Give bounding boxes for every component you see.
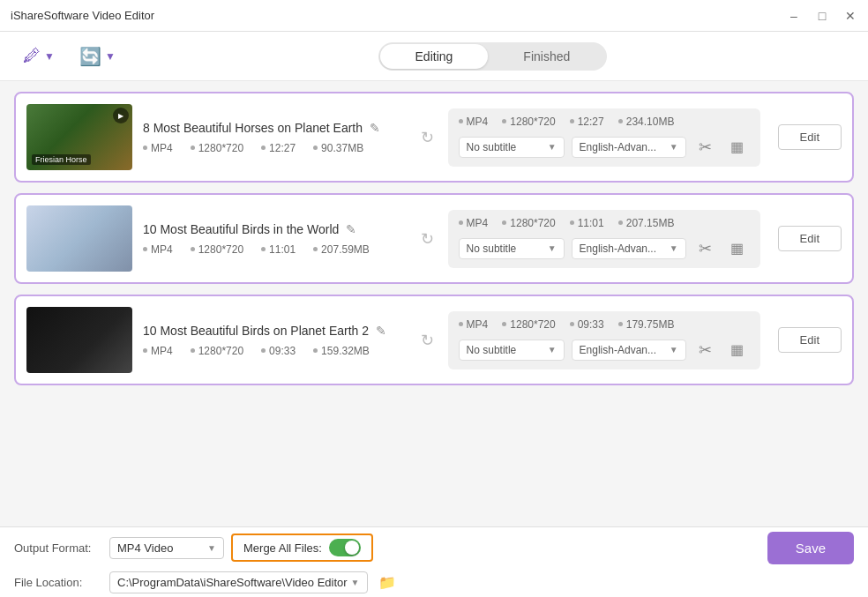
crop-icon-3[interactable]: ▦ xyxy=(725,338,750,362)
edit-button-1[interactable]: Edit xyxy=(778,124,842,150)
shuffle-icon-3[interactable]: ↻ xyxy=(421,331,434,350)
subtitle-arrow-icon: ▼ xyxy=(548,142,557,152)
language-select-1[interactable]: English-Advan... ▼ xyxy=(572,137,686,158)
output-info-3: MP4 1280*720 09:33 179.75MB xyxy=(448,311,760,369)
shuffle-icon-1[interactable]: ↻ xyxy=(421,128,434,147)
meta-duration-2: 11:01 xyxy=(261,243,296,256)
card-info-1: 8 Most Beautiful Horses on Planet Earth … xyxy=(143,121,407,154)
meta-dot xyxy=(143,348,147,353)
edit-button-3[interactable]: Edit xyxy=(778,327,842,353)
meta-dot xyxy=(459,322,463,326)
title-edit-icon-2[interactable]: ✎ xyxy=(346,222,356,236)
merge-toggle[interactable] xyxy=(329,539,361,556)
cut-icon-3[interactable]: ✂ xyxy=(693,338,718,362)
meta-dot xyxy=(191,348,195,353)
minimize-button[interactable]: – xyxy=(787,9,801,23)
card-title-1: 8 Most Beautiful Horses on Planet Earth xyxy=(143,121,363,135)
file-location-arrow: ▼ xyxy=(351,578,360,587)
out-duration-3: 09:33 xyxy=(570,318,604,331)
title-edit-icon-1[interactable]: ✎ xyxy=(370,121,380,135)
output-format-arrow: ▼ xyxy=(207,543,216,553)
language-arrow-icon: ▼ xyxy=(670,142,678,152)
controls-row-2: No subtitle ▼ English-Advan... ▼ ✂ ▦ xyxy=(459,236,750,261)
title-edit-icon-3[interactable]: ✎ xyxy=(376,324,386,338)
out-size-2: 207.15MB xyxy=(618,217,675,229)
meta-dot xyxy=(502,220,506,225)
card-meta-1: MP4 1280*720 12:27 90.37MB xyxy=(143,142,407,154)
language-arrow-icon: ▼ xyxy=(670,243,678,253)
card-title-3: 10 Most Beautiful Birds on Planet Earth … xyxy=(143,324,369,338)
meta-dot xyxy=(459,220,463,225)
tab-finished[interactable]: Finished xyxy=(488,44,605,69)
output-format-label: Output Format: xyxy=(14,541,102,555)
meta-dot xyxy=(313,146,318,150)
out-duration-1: 12:27 xyxy=(570,116,604,128)
card-header-3: 10 Most Beautiful Birds on Planet Earth … xyxy=(26,307,842,373)
meta-dot xyxy=(143,247,147,251)
play-icon: ▶ xyxy=(113,108,129,123)
subtitle-arrow-icon: ▼ xyxy=(548,345,557,354)
edit-button-2[interactable]: Edit xyxy=(778,226,842,251)
thumbnail-2 xyxy=(26,205,132,272)
output-format-select[interactable]: MP4 Video ▼ xyxy=(109,537,224,559)
cut-icon-2[interactable]: ✂ xyxy=(693,236,718,261)
convert-icon: 🔄 xyxy=(79,46,101,67)
crop-icon-1[interactable]: ▦ xyxy=(725,135,750,160)
tab-group: Editing Finished xyxy=(378,42,608,71)
card-info-2: 10 Most Beautiful Birds in the World ✎ M… xyxy=(143,222,407,256)
crop-icon-2[interactable]: ▦ xyxy=(725,236,750,261)
meta-dot xyxy=(313,348,318,353)
card-header-1: Friesian Horse ▶ 8 Most Beautiful Horses… xyxy=(26,104,842,170)
card-info-3: 10 Most Beautiful Birds on Planet Earth … xyxy=(143,324,407,357)
meta-size-1: 90.37MB xyxy=(313,142,363,154)
meta-dot xyxy=(261,247,266,251)
cut-icon-1[interactable]: ✂ xyxy=(693,135,718,160)
language-value-3: English-Advan... xyxy=(580,344,656,356)
language-select-3[interactable]: English-Advan... ▼ xyxy=(572,340,686,361)
output-meta-1: MP4 1280*720 12:27 234.10MB xyxy=(459,116,750,128)
maximize-button[interactable]: □ xyxy=(815,9,829,23)
meta-resolution-1: 1280*720 xyxy=(191,142,243,154)
file-location-label: File Location: xyxy=(14,576,102,589)
card-meta-2: MP4 1280*720 11:01 207.59MB xyxy=(143,243,407,256)
out-format-2: MP4 xyxy=(459,217,489,229)
toolbar: 🖉 ▼ 🔄 ▼ Editing Finished xyxy=(0,32,868,81)
language-value-1: English-Advan... xyxy=(580,141,656,153)
meta-resolution-3: 1280*720 xyxy=(191,345,243,357)
subtitle-select-1[interactable]: No subtitle ▼ xyxy=(459,137,565,158)
out-size-3: 179.75MB xyxy=(618,318,675,331)
shuffle-icon-2[interactable]: ↻ xyxy=(421,229,434,249)
meta-dot xyxy=(618,220,623,225)
folder-icon[interactable]: 📁 xyxy=(378,574,396,591)
card-title-row-3: 10 Most Beautiful Birds on Planet Earth … xyxy=(143,324,407,338)
tab-editing[interactable]: Editing xyxy=(380,44,489,69)
meta-dot xyxy=(143,146,147,150)
out-duration-2: 11:01 xyxy=(570,217,604,229)
card-title-2: 10 Most Beautiful Birds in the World xyxy=(143,222,339,236)
language-select-2[interactable]: English-Advan... ▼ xyxy=(572,238,686,259)
file-location-select[interactable]: C:\ProgramData\iShareSoftware\Video Edit… xyxy=(109,571,368,593)
output-meta-2: MP4 1280*720 11:01 207.15MB xyxy=(459,217,750,229)
add-file-button[interactable]: 🖉 ▼ xyxy=(14,41,64,71)
meta-dot xyxy=(502,119,506,123)
save-button[interactable]: Save xyxy=(767,532,854,564)
close-button[interactable]: ✕ xyxy=(843,9,857,23)
toggle-knob xyxy=(345,541,359,555)
controls-row-3: No subtitle ▼ English-Advan... ▼ ✂ ▦ xyxy=(459,338,750,362)
out-resolution-3: 1280*720 xyxy=(502,318,555,331)
video-card-1: Friesian Horse ▶ 8 Most Beautiful Horses… xyxy=(14,92,854,183)
add-caret-icon: ▼ xyxy=(44,50,55,63)
card-meta-3: MP4 1280*720 09:33 159.32MB xyxy=(143,345,407,357)
file-location-value: C:\ProgramData\iShareSoftware\Video Edit… xyxy=(117,576,348,589)
out-resolution-1: 1280*720 xyxy=(502,116,555,128)
titlebar: iShareSoftware Video Editor – □ ✕ xyxy=(0,0,868,32)
output-format-value: MP4 Video xyxy=(117,541,173,555)
meta-size-3: 159.32MB xyxy=(313,345,370,357)
convert-button[interactable]: 🔄 ▼ xyxy=(71,41,124,72)
meta-format-1: MP4 xyxy=(143,142,173,154)
merge-box: Merge All Files: xyxy=(231,534,373,562)
subtitle-select-2[interactable]: No subtitle ▼ xyxy=(459,238,565,259)
video-card-2: 10 Most Beautiful Birds in the World ✎ M… xyxy=(14,193,854,284)
subtitle-select-3[interactable]: No subtitle ▼ xyxy=(459,340,565,361)
output-info-2: MP4 1280*720 11:01 207.15MB xyxy=(448,210,760,268)
